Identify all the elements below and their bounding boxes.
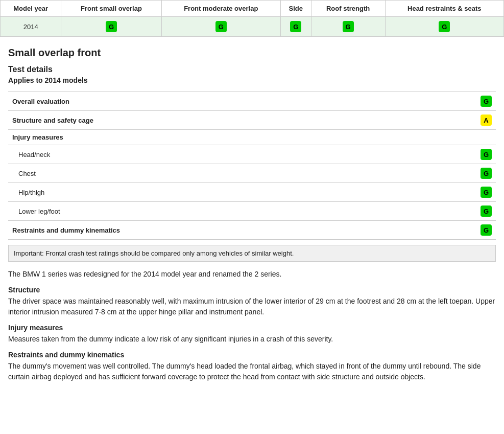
structure-heading: Structure bbox=[8, 286, 496, 294]
row-rating: G bbox=[470, 145, 496, 164]
roof-cell: G bbox=[311, 17, 385, 37]
year-cell: 2014 bbox=[1, 17, 61, 37]
col-header-moderate-overlap: Front moderate overlap bbox=[161, 1, 280, 17]
col-header-small-overlap: Front small overlap bbox=[61, 1, 161, 17]
small-overlap-badge: G bbox=[106, 21, 117, 32]
col-header-year: Model year bbox=[1, 1, 61, 17]
row-rating: G bbox=[470, 164, 496, 183]
structure-badge: A bbox=[481, 115, 492, 126]
row-rating: G bbox=[470, 92, 496, 111]
table-row: Chest G bbox=[8, 164, 496, 183]
chest-badge: G bbox=[481, 168, 492, 179]
table-row: Restraints and dummy kinematics G bbox=[8, 221, 496, 240]
row-label: Overall evaluation bbox=[8, 92, 470, 111]
summary-table: Model year Front small overlap Front mod… bbox=[0, 0, 504, 37]
intro-text: The BMW 1 series was redesigned for the … bbox=[8, 269, 496, 280]
head-restraints-badge: G bbox=[439, 21, 450, 32]
row-label: Hip/thigh bbox=[8, 183, 470, 202]
col-header-roof: Roof strength bbox=[311, 1, 385, 17]
notice-box: Important: Frontal crash test ratings sh… bbox=[8, 245, 496, 262]
moderate-overlap-cell: G bbox=[161, 17, 280, 37]
moderate-overlap-badge: G bbox=[215, 21, 227, 32]
side-badge: G bbox=[290, 21, 301, 32]
overall-badge: G bbox=[481, 96, 492, 107]
head-neck-badge: G bbox=[481, 149, 492, 160]
main-content: Small overlap front Test details Applies… bbox=[0, 37, 504, 399]
injury-measures-heading: Injury measures bbox=[8, 324, 496, 332]
table-row: 2014 G G G G G bbox=[1, 17, 504, 37]
restraints-text: The dummy's movement was well controlled… bbox=[8, 361, 496, 382]
structure-text: The driver space was maintained reasonab… bbox=[8, 296, 496, 317]
col-header-head-restraints: Head restraints & seats bbox=[385, 1, 503, 17]
applies-to: Applies to 2014 models bbox=[8, 76, 496, 84]
restraints-heading: Restraints and dummy kinematics bbox=[8, 351, 496, 359]
details-table: Overall evaluation G Structure and safet… bbox=[8, 92, 496, 240]
lower-leg-badge: G bbox=[481, 205, 492, 217]
col-header-side: Side bbox=[280, 1, 311, 17]
row-label: Head/neck bbox=[8, 145, 470, 164]
small-overlap-cell: G bbox=[61, 17, 161, 37]
row-label: Injury measures bbox=[8, 130, 470, 145]
row-rating: G bbox=[470, 183, 496, 202]
row-rating bbox=[470, 130, 496, 145]
table-row: Hip/thigh G bbox=[8, 183, 496, 202]
table-row: Structure and safety cage A bbox=[8, 111, 496, 130]
table-row: Overall evaluation G bbox=[8, 92, 496, 111]
row-label: Lower leg/foot bbox=[8, 202, 470, 221]
section-title: Small overlap front bbox=[8, 47, 496, 59]
row-label: Restraints and dummy kinematics bbox=[8, 221, 470, 240]
head-restraints-cell: G bbox=[385, 17, 503, 37]
row-label: Structure and safety cage bbox=[8, 111, 470, 130]
table-row: Injury measures bbox=[8, 130, 496, 145]
table-row: Lower leg/foot G bbox=[8, 202, 496, 221]
side-cell: G bbox=[280, 17, 311, 37]
row-rating: G bbox=[470, 202, 496, 221]
row-rating: A bbox=[470, 111, 496, 130]
restraints-badge: G bbox=[481, 224, 492, 236]
row-label: Chest bbox=[8, 164, 470, 183]
row-rating: G bbox=[470, 221, 496, 240]
test-details-title: Test details bbox=[8, 65, 496, 74]
roof-badge: G bbox=[343, 21, 354, 32]
injury-measures-text: Measures taken from the dummy indicate a… bbox=[8, 334, 496, 345]
table-row: Head/neck G bbox=[8, 145, 496, 164]
hip-thigh-badge: G bbox=[481, 187, 492, 198]
